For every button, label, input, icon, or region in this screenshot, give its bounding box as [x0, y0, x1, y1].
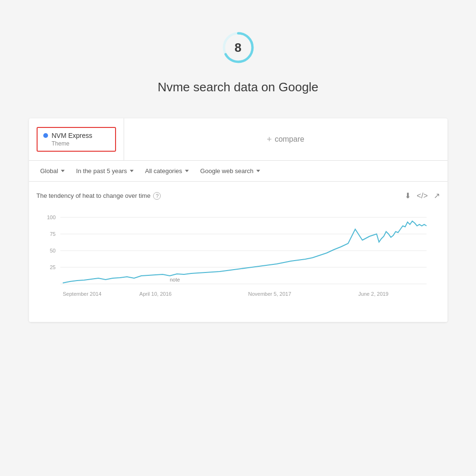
filter-source[interactable]: Google web search: [196, 165, 264, 176]
chart-title-text: The tendency of heat to change over time: [37, 192, 151, 199]
score-section: 8: [219, 29, 257, 72]
filter-row: Global In the past 5 years All categorie…: [29, 161, 447, 182]
chart-container: The tendency of heat to change over time…: [29, 182, 447, 322]
chart-actions: ⬇ </> ↗: [405, 191, 439, 200]
theme-tag-cell: NVM Express Theme: [29, 118, 124, 160]
svg-text:50: 50: [49, 248, 55, 253]
page-title: Nvme search data on Google: [157, 80, 318, 95]
page-container: 8 Nvme search data on Google NVM Express…: [0, 0, 476, 476]
chevron-down-icon: [130, 170, 134, 172]
svg-text:100: 100: [47, 214, 55, 220]
main-card: NVM Express Theme + compare Global In th…: [29, 118, 447, 322]
compare-plus-icon: +: [267, 135, 272, 145]
filter-time-label: In the past 5 years: [76, 167, 127, 175]
trend-chart: 100 75 50 25 September 2014 April 10, 20…: [37, 208, 436, 312]
download-icon[interactable]: ⬇: [405, 191, 411, 200]
score-circle: 8: [219, 29, 257, 67]
chart-svg-wrapper: 100 75 50 25 September 2014 April 10, 20…: [37, 208, 440, 314]
filter-region-label: Global: [40, 167, 58, 175]
score-value: 8: [234, 40, 241, 55]
theme-tag-inner[interactable]: NVM Express Theme: [37, 127, 116, 152]
chart-header: The tendency of heat to change over time…: [37, 191, 440, 200]
chevron-down-icon: [256, 170, 260, 172]
filter-category[interactable]: All categories: [141, 165, 193, 176]
compare-button[interactable]: + compare: [124, 118, 447, 160]
embed-icon[interactable]: </>: [417, 192, 427, 200]
chevron-down-icon: [61, 170, 65, 172]
filter-source-label: Google web search: [200, 167, 253, 175]
share-icon[interactable]: ↗: [434, 191, 440, 200]
svg-text:75: 75: [49, 231, 55, 237]
theme-type-label: Theme: [52, 140, 109, 147]
help-icon[interactable]: ?: [153, 192, 161, 200]
svg-text:November 5, 2017: November 5, 2017: [248, 291, 291, 297]
svg-text:September 2014: September 2014: [63, 291, 101, 297]
theme-row: NVM Express Theme + compare: [29, 118, 447, 161]
filter-region[interactable]: Global: [37, 165, 69, 176]
filter-category-label: All categories: [145, 167, 182, 175]
svg-text:June 2, 2019: June 2, 2019: [358, 291, 389, 297]
theme-name-row: NVM Express: [43, 132, 109, 139]
theme-dot: [43, 133, 48, 138]
svg-text:note: note: [170, 277, 180, 282]
chart-title-row: The tendency of heat to change over time…: [37, 192, 161, 200]
filter-time[interactable]: In the past 5 years: [72, 165, 137, 176]
svg-text:25: 25: [49, 264, 55, 270]
compare-label: compare: [275, 135, 304, 144]
theme-name-label: NVM Express: [52, 132, 93, 139]
svg-text:April 10, 2016: April 10, 2016: [139, 291, 172, 297]
chevron-down-icon: [185, 170, 189, 172]
